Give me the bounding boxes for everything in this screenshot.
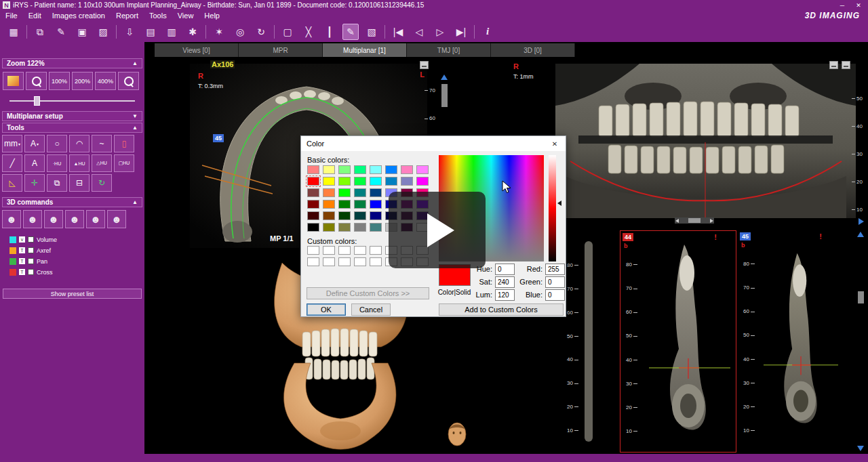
- custom-color-swatch[interactable]: [307, 246, 319, 255]
- color-swatch[interactable]: [354, 165, 366, 174]
- zoom-custom-icon[interactable]: [118, 72, 139, 90]
- sat-input[interactable]: [495, 276, 515, 288]
- image-layers-icon[interactable]: ▧: [363, 24, 380, 40]
- tab-3d-0[interactable]: 3D [0]: [491, 43, 575, 57]
- tab-views-0[interactable]: Views [0]: [155, 43, 239, 57]
- magic-wand-icon[interactable]: ✶: [211, 24, 227, 40]
- zoom-400-button[interactable]: 400%: [95, 72, 116, 90]
- scroll-up-icon[interactable]: [857, 232, 864, 237]
- report-edit-icon[interactable]: ✎: [53, 24, 69, 40]
- legend-checkbox[interactable]: [28, 269, 34, 275]
- legend-checkbox[interactable]: [28, 258, 34, 264]
- 3d-head-icon-3[interactable]: ☻: [44, 210, 63, 228]
- collapse-arrow-icon[interactable]: ▲: [132, 199, 138, 205]
- scrollbar-handle[interactable]: [858, 291, 864, 303]
- scroll-up-icon[interactable]: [441, 75, 448, 80]
- text-tool-icon[interactable]: A: [24, 154, 45, 172]
- hu-point-icon[interactable]: ·HU: [47, 154, 67, 172]
- angle-tool-icon[interactable]: ◺: [2, 174, 22, 192]
- color-swatch[interactable]: [307, 188, 319, 197]
- scroll-left-icon[interactable]: [675, 219, 679, 223]
- show-preset-list-button[interactable]: Show preset list: [3, 289, 142, 299]
- 3d-head-icon-5[interactable]: ☻: [86, 210, 105, 228]
- view-minimize-button[interactable]: [829, 61, 838, 69]
- collapse-arrow-icon[interactable]: ▲: [132, 60, 138, 66]
- color-swatch[interactable]: [307, 223, 319, 232]
- menu-item-file[interactable]: File: [0, 12, 23, 20]
- zoom-slider[interactable]: [9, 96, 135, 106]
- color-swatch[interactable]: [338, 223, 351, 232]
- menu-item-help[interactable]: Help: [199, 12, 225, 20]
- menu-item-view[interactable]: View: [172, 12, 199, 20]
- custom-color-swatch[interactable]: [307, 257, 319, 266]
- zoom-200-button[interactable]: 200%: [72, 72, 93, 90]
- custom-color-swatch[interactable]: [323, 246, 335, 255]
- panel-header-multiplanar-setup[interactable]: Multiplanar setup ▼: [2, 111, 142, 121]
- hu-probe-icon[interactable]: ┃: [321, 24, 338, 40]
- scroll-right-icon[interactable]: [859, 218, 864, 225]
- red-input[interactable]: [545, 264, 565, 275]
- color-swatch[interactable]: [354, 211, 366, 220]
- blue-input[interactable]: [545, 289, 565, 301]
- hu-area-icon[interactable]: ▢HU: [114, 154, 134, 172]
- delete-tool-icon[interactable]: ▯: [114, 135, 134, 152]
- share-icon[interactable]: ✱: [184, 24, 201, 40]
- cross-sections-view[interactable]: 8070605040302010 44 b ! 8070605040302010: [560, 230, 868, 454]
- legend-checkbox[interactable]: [28, 247, 34, 253]
- print-icon[interactable]: ▥: [163, 24, 180, 40]
- menu-item-tools[interactable]: Tools: [144, 12, 172, 20]
- custom-color-swatch[interactable]: [323, 257, 335, 266]
- color-swatch[interactable]: [338, 188, 351, 197]
- color-swatch[interactable]: [307, 200, 319, 209]
- zoom-gradient-icon[interactable]: [3, 72, 24, 90]
- color-swatch[interactable]: [338, 200, 351, 209]
- view-restore-button[interactable]: [842, 61, 850, 69]
- capture-icon[interactable]: ▣: [74, 24, 90, 40]
- menu-item-report[interactable]: Report: [111, 12, 144, 20]
- arc-tool-icon[interactable]: ◠: [69, 135, 90, 152]
- circle-tool-icon[interactable]: ○: [47, 135, 67, 152]
- color-dialog-titlebar[interactable]: Color: [301, 136, 566, 151]
- dialog-close-icon[interactable]: ✕: [544, 136, 566, 151]
- nav-last-icon[interactable]: ▶|: [453, 24, 469, 40]
- 3d-head-icon-1[interactable]: ☻: [2, 210, 21, 228]
- color-swatch[interactable]: [370, 223, 382, 232]
- refresh-tool-icon[interactable]: ↻: [92, 174, 112, 192]
- scroll-down-icon[interactable]: [857, 446, 864, 451]
- zoom-slider-handle[interactable]: [34, 96, 40, 106]
- color-swatch[interactable]: [338, 177, 351, 186]
- view-minimize-button[interactable]: [420, 61, 429, 69]
- color-swatch[interactable]: [401, 177, 413, 186]
- 3d-head-icon-4[interactable]: ☻: [65, 210, 84, 228]
- green-input[interactable]: [545, 276, 565, 288]
- range-tool-icon[interactable]: ⊟: [69, 174, 90, 192]
- zoom-100-button[interactable]: 100%: [49, 72, 70, 90]
- color-swatch[interactable]: [370, 165, 382, 174]
- hu-profile-icon[interactable]: △HU: [92, 154, 112, 172]
- annotate-a-icon[interactable]: A▾: [24, 135, 45, 152]
- menu-item-images-creation[interactable]: Images creation: [47, 12, 111, 20]
- color-swatch[interactable]: [323, 177, 335, 186]
- color-swatch[interactable]: [323, 200, 335, 209]
- 3d-head-icon-6[interactable]: ☻: [107, 210, 126, 228]
- line-tool-icon[interactable]: ╱: [2, 154, 22, 172]
- custom-color-swatch[interactable]: [338, 257, 351, 266]
- nav-first-icon[interactable]: |◀: [390, 24, 406, 40]
- menu-item-edit[interactable]: Edit: [23, 12, 47, 20]
- panel-header-tools[interactable]: Tools ▲: [2, 123, 142, 133]
- cross-strip-44[interactable]: 44 b ! 8070605040302010: [620, 230, 736, 453]
- define-custom-colors-button[interactable]: Define Custom Colors >>: [307, 287, 429, 299]
- scroll-right-icon[interactable]: [710, 219, 713, 223]
- color-swatch[interactable]: [370, 211, 382, 220]
- zoom-search-icon[interactable]: ◎: [232, 24, 248, 40]
- remove-line-icon[interactable]: ╳: [300, 24, 317, 40]
- pages-tool-icon[interactable]: ⧉: [47, 174, 67, 192]
- hu-cursor-icon[interactable]: ▲HU: [69, 154, 90, 172]
- custom-color-swatch[interactable]: [354, 257, 366, 266]
- title-bar[interactable]: N iRYS - Patient name: 1 10x10 300um Imp…: [0, 0, 868, 10]
- color-swatch[interactable]: [370, 177, 382, 186]
- luminance-bar[interactable]: [549, 155, 556, 261]
- custom-color-swatch[interactable]: [370, 257, 382, 266]
- pano-horizontal-scrollbar[interactable]: [675, 217, 714, 224]
- color-swatch[interactable]: [416, 177, 429, 186]
